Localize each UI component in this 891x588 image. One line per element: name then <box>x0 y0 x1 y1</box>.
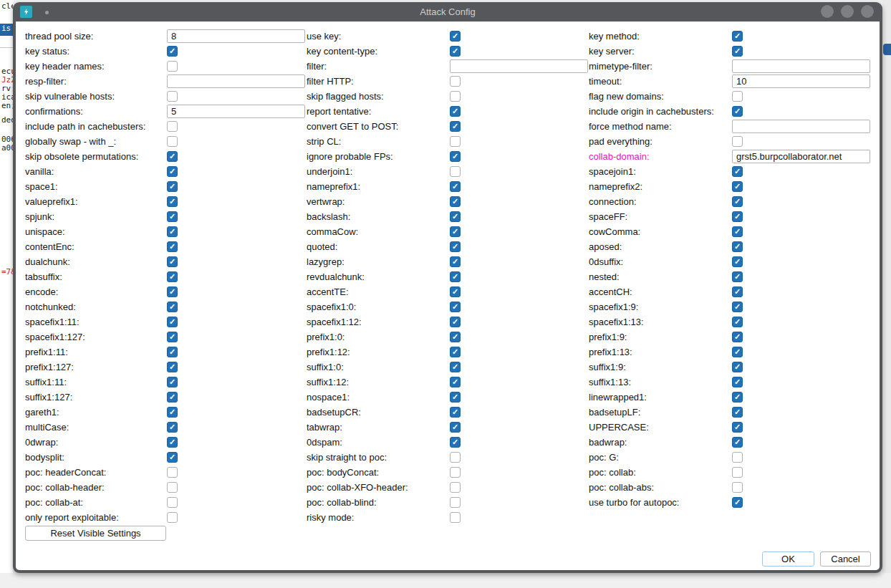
checkbox-suffix1-12[interactable]: ✓ <box>450 377 461 387</box>
checkbox-nameprefix1[interactable]: ✓ <box>450 181 461 192</box>
checkbox-include-origin-in-cachebusters[interactable]: ✓ <box>732 106 743 117</box>
input-collab-domain[interactable] <box>732 150 870 163</box>
checkbox-flag-new-domains[interactable] <box>732 91 743 102</box>
checkbox-poc-bodyconcat[interactable] <box>450 467 461 478</box>
checkbox-multicase[interactable]: ✓ <box>167 422 178 433</box>
checkbox-accentte[interactable]: ✓ <box>450 286 461 297</box>
checkbox-badsetupcr[interactable]: ✓ <box>450 407 461 418</box>
input-confirmations[interactable] <box>167 105 305 118</box>
checkbox-nameprefix2[interactable]: ✓ <box>732 181 743 192</box>
checkbox-suffix1-0[interactable]: ✓ <box>450 362 461 372</box>
checkbox-spacefix1-12[interactable]: ✓ <box>450 317 461 327</box>
checkbox-spacefix1-0[interactable]: ✓ <box>450 302 461 312</box>
checkbox-convert-get-to-post[interactable]: ✓ <box>450 121 461 132</box>
checkbox-uppercase[interactable]: ✓ <box>732 422 743 433</box>
checkbox-underjoin1[interactable] <box>450 166 461 177</box>
checkbox-suffix1-13[interactable]: ✓ <box>732 377 743 387</box>
checkbox-space1[interactable]: ✓ <box>167 181 178 192</box>
reset-visible-settings-button[interactable]: Reset Visible Settings <box>25 526 166 541</box>
checkbox-only-report-exploitable[interactable] <box>167 512 178 523</box>
checkbox-spacefix1-9[interactable]: ✓ <box>732 302 743 312</box>
ok-button[interactable]: OK <box>762 551 814 567</box>
checkbox-prefix1-127[interactable]: ✓ <box>167 362 178 372</box>
checkbox-skip-flagged-hosts[interactable] <box>450 91 461 102</box>
checkbox-include-path-in-cachebusters[interactable] <box>167 121 178 132</box>
checkbox-0dspam[interactable]: ✓ <box>450 437 461 448</box>
checkbox-quoted[interactable]: ✓ <box>450 241 461 252</box>
checkbox-gareth1[interactable]: ✓ <box>167 407 178 418</box>
checkbox-suffix1-127[interactable]: ✓ <box>167 392 178 403</box>
checkbox-linewrapped1[interactable]: ✓ <box>732 392 743 403</box>
checkbox-encode[interactable]: ✓ <box>167 286 178 297</box>
checkbox-connection[interactable]: ✓ <box>732 196 743 207</box>
checkbox-poc-collab[interactable] <box>732 467 743 478</box>
checkbox-ignore-probable-fps[interactable]: ✓ <box>450 151 461 162</box>
checkbox-poc-g[interactable] <box>732 452 743 463</box>
input-mimetype-filter[interactable] <box>732 59 870 73</box>
checkbox-contentenc[interactable]: ✓ <box>167 241 178 252</box>
checkbox-unispace[interactable]: ✓ <box>167 226 178 237</box>
checkbox-poc-collab-at[interactable] <box>167 497 178 508</box>
maximize-button[interactable] <box>841 5 854 18</box>
checkbox-cowcomma[interactable]: ✓ <box>732 226 743 237</box>
checkbox-valueprefix1[interactable]: ✓ <box>167 196 178 207</box>
checkbox-report-tentative[interactable]: ✓ <box>450 106 461 117</box>
checkbox-prefix1-11[interactable]: ✓ <box>167 347 178 357</box>
checkbox-revdualchunk[interactable]: ✓ <box>450 271 461 282</box>
checkbox-spacefix1-127[interactable]: ✓ <box>167 332 178 342</box>
checkbox-key-server[interactable]: ✓ <box>732 46 743 57</box>
checkbox-nested[interactable]: ✓ <box>732 271 743 282</box>
checkbox-prefix1-9[interactable]: ✓ <box>732 332 743 342</box>
checkbox-poc-collab-abs[interactable] <box>732 482 743 493</box>
input-filter[interactable] <box>450 59 588 73</box>
checkbox-globally-swap-with[interactable] <box>167 136 178 147</box>
checkbox-risky-mode[interactable] <box>450 512 461 523</box>
checkbox-poc-collab-header[interactable] <box>167 482 178 493</box>
checkbox-vanilla[interactable]: ✓ <box>167 166 178 177</box>
cancel-button[interactable]: Cancel <box>820 551 871 567</box>
checkbox-skip-obsolete-permutations[interactable]: ✓ <box>167 151 178 162</box>
checkbox-skip-vulnerable-hosts[interactable] <box>167 91 178 102</box>
checkbox-poc-collab-xfo-header[interactable] <box>450 482 461 493</box>
checkbox-poc-collab-blind[interactable] <box>450 497 461 508</box>
checkbox-pad-everything[interactable] <box>732 136 743 147</box>
checkbox-spaceff[interactable]: ✓ <box>732 211 743 222</box>
checkbox-aposed[interactable]: ✓ <box>732 241 743 252</box>
checkbox-0dwrap[interactable]: ✓ <box>167 437 178 448</box>
checkbox-spacejoin1[interactable]: ✓ <box>732 166 743 177</box>
checkbox-dualchunk[interactable]: ✓ <box>167 256 178 267</box>
checkbox-suffix1-9[interactable]: ✓ <box>732 362 743 372</box>
checkbox-notchunked[interactable]: ✓ <box>167 302 178 312</box>
checkbox-spjunk[interactable]: ✓ <box>167 211 178 222</box>
checkbox-poc-headerconcat[interactable] <box>167 467 178 478</box>
checkbox-tabwrap[interactable]: ✓ <box>450 422 461 433</box>
checkbox-strip-cl[interactable] <box>450 136 461 147</box>
checkbox-use-turbo-for-autopoc[interactable]: ✓ <box>732 497 743 508</box>
checkbox-badwrap[interactable]: ✓ <box>732 437 743 448</box>
checkbox-commacow[interactable]: ✓ <box>450 226 461 237</box>
input-force-method-name[interactable] <box>732 120 870 133</box>
checkbox-spacefix1-13[interactable]: ✓ <box>732 317 743 327</box>
checkbox-backslash[interactable]: ✓ <box>450 211 461 222</box>
checkbox-skip-straight-to-poc[interactable] <box>450 452 461 463</box>
checkbox-prefix1-0[interactable]: ✓ <box>450 332 461 342</box>
checkbox-accentch[interactable]: ✓ <box>732 286 743 297</box>
checkbox-prefix1-13[interactable]: ✓ <box>732 347 743 357</box>
checkbox-bodysplit[interactable]: ✓ <box>167 452 178 463</box>
checkbox-0dsuffix[interactable]: ✓ <box>732 256 743 267</box>
checkbox-key-method[interactable]: ✓ <box>732 31 743 42</box>
minimize-button[interactable] <box>821 5 834 18</box>
checkbox-lazygrep[interactable]: ✓ <box>450 256 461 267</box>
checkbox-badsetuplf[interactable]: ✓ <box>732 407 743 418</box>
checkbox-key-header-names[interactable] <box>167 61 178 72</box>
checkbox-vertwrap[interactable]: ✓ <box>450 196 461 207</box>
checkbox-suffix1-11[interactable]: ✓ <box>167 377 178 387</box>
checkbox-nospace1[interactable]: ✓ <box>450 392 461 403</box>
close-button[interactable] <box>861 5 874 18</box>
input-timeout[interactable] <box>732 74 870 88</box>
input-thread-pool-size[interactable] <box>167 29 305 43</box>
checkbox-use-key[interactable]: ✓ <box>450 31 461 42</box>
checkbox-tabsuffix[interactable]: ✓ <box>167 271 178 282</box>
checkbox-key-content-type[interactable]: ✓ <box>450 46 461 57</box>
dialog-titlebar[interactable]: Attack Config <box>16 2 880 21</box>
